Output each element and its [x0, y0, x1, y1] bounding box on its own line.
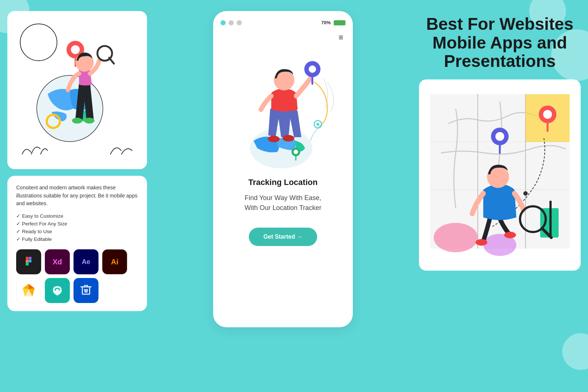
sketch-icon [16, 278, 41, 303]
headline-line3: Presentations [444, 51, 556, 71]
svg-point-49 [504, 232, 516, 238]
get-started-button[interactable]: Get Started → [249, 228, 318, 246]
figma-icon [16, 249, 41, 274]
left-column: Consitent and modern artwork makes these… [7, 11, 147, 311]
headline: Best For Websites Mobile Apps and Presen… [419, 11, 581, 71]
studio-icon [45, 278, 70, 303]
svg-point-9 [20, 24, 57, 61]
svg-rect-11 [29, 257, 32, 260]
phone-top-bar: 70% [213, 20, 353, 25]
svg-point-3 [71, 45, 80, 54]
adobe-ae-icon: Ae [74, 249, 98, 274]
battery-bar-icon [334, 20, 345, 25]
info-description: Consitent and modern artwork makes these… [16, 184, 138, 208]
svg-rect-10 [26, 257, 29, 260]
headline-line1: Best For Websites [426, 14, 573, 33]
top-illustration-card [7, 11, 147, 169]
hamburger-menu[interactable]: ≡ [213, 33, 353, 42]
svg-point-39 [434, 223, 478, 252]
bucket-icon [74, 278, 98, 303]
svg-point-28 [316, 123, 319, 126]
svg-point-13 [29, 260, 32, 263]
right-column: Best For Websites Mobile Apps and Presen… [419, 11, 581, 271]
middle-column: 70% ≡ [156, 11, 410, 327]
main-layout: Consitent and modern artwork makes these… [7, 11, 581, 381]
checklist-item-4: Fully Editable [16, 236, 138, 242]
feature-checklist: Easy to Customize Perfect For Any Size R… [16, 213, 138, 242]
svg-rect-42 [549, 201, 552, 238]
svg-point-23 [283, 135, 294, 142]
svg-point-47 [543, 110, 552, 119]
svg-point-26 [309, 65, 316, 73]
svg-marker-17 [23, 284, 29, 289]
checklist-item-3: Ready to Use [16, 228, 138, 234]
checklist-item-2: Perfect For Any Size [16, 221, 138, 227]
svg-point-5 [72, 118, 82, 124]
svg-point-45 [495, 132, 504, 141]
svg-point-48 [476, 239, 487, 246]
phone-illustration [224, 45, 342, 170]
right-illustration-card [419, 79, 581, 271]
battery-status: 70% [321, 20, 345, 25]
dot-1 [220, 20, 226, 25]
battery-percent: 70% [321, 20, 331, 25]
dot-2 [229, 20, 234, 25]
svg-point-30 [294, 150, 298, 154]
app-icons-grid: Xd Ae Ai [16, 249, 138, 303]
svg-point-22 [268, 136, 280, 142]
svg-rect-14 [26, 263, 29, 266]
svg-marker-16 [29, 284, 35, 289]
headline-line2: Mobile Apps and [433, 33, 567, 52]
phone-mockup: 70% ≡ [213, 11, 353, 327]
phone-dots [220, 20, 242, 25]
phone-title: Tracking Location [248, 178, 318, 187]
checklist-item-1: Easy to Customize [16, 213, 138, 219]
adobe-ai-icon: Ai [102, 249, 127, 274]
dot-3 [237, 20, 242, 25]
svg-point-6 [84, 118, 94, 124]
svg-point-43 [523, 191, 528, 196]
adobe-xd-icon: Xd [45, 249, 70, 274]
info-card: Consitent and modern artwork makes these… [7, 176, 147, 311]
phone-subtitle: Find Your Way With Ease,With Our Locatio… [233, 193, 332, 213]
svg-rect-12 [26, 260, 29, 263]
